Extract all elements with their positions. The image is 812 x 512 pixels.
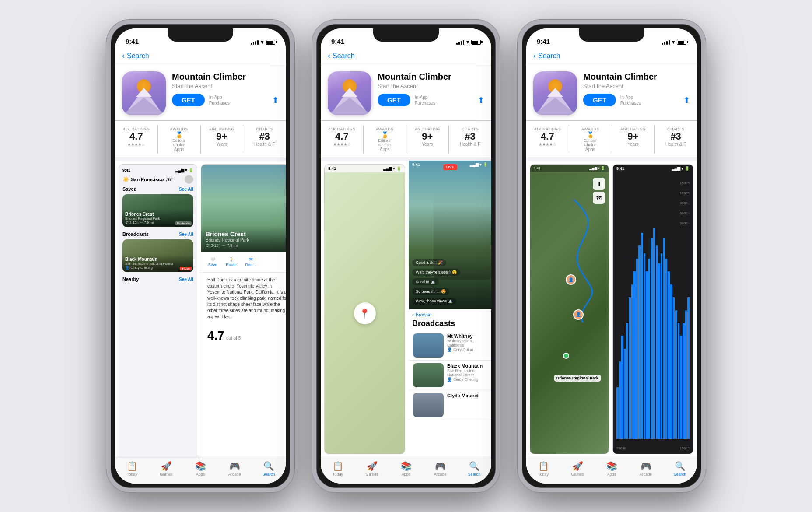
rating-count-item-2: 41K RATINGS 4.7 ★★★★☆ (321, 125, 364, 154)
today-icon-1: 📋 (127, 461, 138, 471)
tab-bar-3: 📋 Today 🚀 Games 📚 Apps 🎮 Arcade (526, 458, 697, 484)
tab-arcade-2[interactable]: 🎮 Arcade (423, 461, 457, 477)
editors-icon-2: 🏅 (381, 131, 388, 138)
share-icon-2[interactable]: ⬆ (478, 95, 484, 105)
map-mini-status: 9:41 ▂▄▆ ▾ 🔋 (325, 165, 405, 172)
app-info-row-1: Mountain Climber Start the Ascent GET In… (122, 71, 279, 115)
get-button-3[interactable]: GET (583, 94, 616, 106)
map-type-button[interactable]: 🗺 (593, 192, 605, 204)
share-icon-3[interactable]: ⬆ (683, 95, 690, 105)
elevation-bar-24 (675, 310, 677, 439)
elev-label-5: 300ft (680, 221, 690, 225)
editors-badge-1: 🏅 Editors'Choice (172, 131, 186, 147)
broadcast-item-2[interactable]: Black Mountain San Bernardino National F… (409, 361, 491, 390)
get-button-2[interactable]: GET (378, 94, 410, 106)
tab-games-2[interactable]: 🚀 Games (355, 461, 389, 477)
tab-search-1[interactable]: 🔍 Search (252, 461, 286, 477)
peak-snow-2 (342, 88, 357, 97)
ss-trail-park-1: Briones Regional Park (125, 217, 191, 221)
broadcast-item-3[interactable]: Clyde Minaret (409, 390, 491, 420)
peak-snow-1 (136, 88, 152, 97)
today-label-2: Today (332, 472, 343, 477)
app-action-row-1: GET In-AppPurchases ⬆ (172, 94, 279, 106)
today-label-1: Today (127, 472, 137, 477)
signal-bars-2 (456, 39, 464, 45)
elevation-bar-2 (621, 336, 623, 439)
tab-today-1[interactable]: 📋 Today (115, 461, 149, 477)
back-button-1[interactable]: ‹ Search (122, 51, 149, 60)
app-icon-3 (533, 71, 577, 115)
route-icon: 🚶 (229, 257, 234, 262)
tab-games-1[interactable]: 🚀 Games (149, 461, 183, 477)
app-header-3: ‹ Search (526, 48, 697, 65)
awards-sub-1: Apps (174, 147, 184, 152)
age-value-2: 9+ (422, 131, 433, 142)
ss-broadcasts-label: Broadcasts (122, 231, 149, 237)
tab-arcade-3[interactable]: 🎮 Arcade (629, 461, 663, 477)
games-label-2: Games (365, 472, 378, 477)
age-sub-3: Years (627, 142, 638, 147)
age-value-3: 9+ (627, 131, 638, 142)
tab-today-2[interactable]: 📋 Today (321, 461, 355, 477)
phone-screen-3: 9:41 ▾ ‹ Search (526, 28, 697, 484)
elev-bottom-left: 2264ft (616, 446, 626, 450)
live-badge: LIVE (443, 164, 457, 170)
elevation-bar-7 (634, 271, 636, 439)
screenshot-hike-detail: Briones Crest Briones Regional Park ⏱ 3-… (201, 164, 286, 458)
tab-games-3[interactable]: 🚀 Games (560, 461, 595, 477)
search-label-2: Search (468, 472, 481, 477)
tab-apps-1[interactable]: 📚 Apps (183, 461, 217, 477)
editors-badge-2: 🏅 Editors'Choice (378, 131, 391, 147)
elevation-icons: ▂▄▆ ▾ 🔋 (672, 166, 690, 171)
map-controls[interactable]: ⏸ 🗺 (593, 178, 605, 204)
location-dot (563, 353, 569, 359)
tab-apps-2[interactable]: 📚 Apps (389, 461, 423, 477)
back-button-3[interactable]: ‹ Search (533, 51, 560, 60)
ss-difficulty-1: Moderate (175, 221, 192, 225)
elevation-bar-9 (638, 245, 640, 439)
share-icon-1[interactable]: ⬆ (272, 95, 279, 105)
hike-save-btn[interactable]: 🤍 Save (208, 257, 217, 267)
games-icon-1: 🚀 (161, 461, 172, 471)
search-icon-3: 🔍 (675, 461, 686, 471)
app-subtitle-1: Start the Ascent (172, 83, 279, 89)
tab-apps-3[interactable]: 📚 Apps (595, 461, 629, 477)
tab-arcade-1[interactable]: 🎮 Arcade (217, 461, 252, 477)
get-button-1[interactable]: GET (172, 94, 205, 106)
today-label-3: Today (538, 472, 549, 477)
phone-frame-1: 9:41 ▾ ‹ Search (106, 20, 294, 492)
tab-search-3[interactable]: 🔍 Search (663, 461, 697, 477)
app-content-1: ‹ Search (115, 48, 286, 484)
phone-1: 9:41 ▾ ‹ Search (106, 20, 294, 492)
save-label: Save (208, 263, 217, 267)
ss-saved-label: Saved (122, 186, 136, 192)
app-info-section-2: Mountain Climber Start the Ascent GET In… (321, 65, 491, 120)
hike-direct-btn[interactable]: 🗺 Dire... (245, 257, 256, 267)
signal-bar (662, 43, 663, 45)
broadcast-name-2: Black Mountain (447, 363, 487, 368)
charts-value-1: #3 (259, 131, 270, 142)
rating-count-item-1: 41K RATINGS 4.7 ★★★★☆ (115, 125, 158, 154)
map-pin-icon: 📍 (354, 302, 376, 324)
pause-button[interactable]: ⏸ (593, 178, 605, 190)
charts-item-3: CHARTS #3 Health & F (654, 125, 697, 154)
tab-search-2[interactable]: 🔍 Search (457, 461, 491, 477)
hike-actions: 🤍 Save 🚶 Route 🗺 Dire... (201, 252, 286, 273)
ratings-section-2: 41K RATINGS 4.7 ★★★★☆ AWARDS 🏅 Editors'C… (321, 120, 491, 157)
signal-bar (461, 41, 462, 45)
back-button-2[interactable]: ‹ Search (328, 51, 355, 60)
elev-label-1: 1500ft (680, 181, 690, 185)
ss-see-all-1[interactable]: See All (179, 187, 193, 192)
broadcast-item-1[interactable]: Mt Whitney Whitney Portal, California 👤 … (409, 331, 491, 361)
chat-msg-3: Send It! 🏔️ (412, 278, 439, 285)
ss-see-all-2[interactable]: See All (179, 232, 193, 237)
charts-sub-3: Health & F (665, 142, 686, 147)
arcade-label-1: Arcade (228, 472, 241, 477)
hike-trail-name: Briones Crest (206, 231, 286, 238)
elevation-bar-3 (624, 349, 626, 439)
awards-item-1: AWARDS 🏅 Editors'Choice Apps (158, 125, 201, 154)
chevron-left-icon-1: ‹ (122, 51, 125, 60)
satellite-map: 9:41 ▂▄▆ ▾ 🔋 ⏸ 🗺 👤 (530, 164, 609, 454)
tab-today-3[interactable]: 📋 Today (526, 461, 560, 477)
hike-route-btn[interactable]: 🚶 Route (226, 257, 237, 267)
